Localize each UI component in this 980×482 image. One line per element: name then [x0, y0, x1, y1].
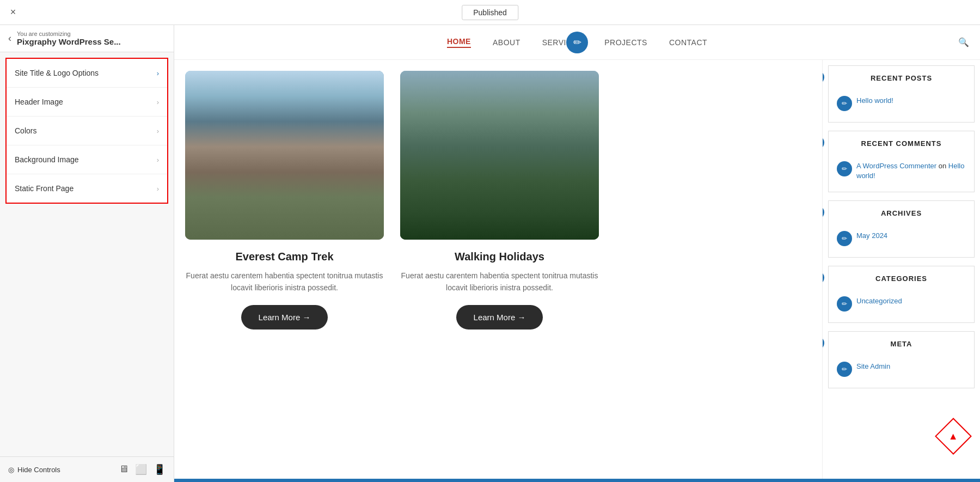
menu-item-header-image[interactable]: Header Image › [7, 88, 167, 117]
hide-controls-button[interactable]: ◎ Hide Controls [8, 466, 60, 474]
comment-on: on [939, 162, 948, 170]
hide-controls-label: Hide Controls [17, 466, 60, 474]
menu-item-background-image-label: Background Image [15, 155, 79, 164]
recent-post-text[interactable]: Hello world! [856, 96, 893, 106]
trek-image [185, 71, 384, 240]
widget-archives: ✏ ARCHIVES ✏ May 2024 [828, 200, 975, 258]
menu-item-colors-label: Colors [15, 126, 36, 135]
search-icon[interactable]: 🔍 [958, 37, 969, 47]
post-image-walking [400, 71, 599, 240]
svg-line-12 [286, 160, 291, 174]
svg-rect-16 [400, 71, 599, 240]
comment-author[interactable]: A WordPress Commenter [856, 162, 936, 170]
widget-recent-comments: ✏ RECENT COMMENTS ✏ A WordPress Commente… [828, 131, 975, 192]
sidebar-header: ‹ You are customizing Pixgraphy WordPres… [0, 25, 174, 52]
close-button[interactable]: × [5, 5, 21, 20]
edit-categories-icon[interactable]: ✏ [822, 271, 824, 285]
svg-line-28 [495, 184, 499, 200]
chevron-right-icon: › [157, 127, 159, 135]
pagination-bar [174, 479, 980, 482]
nav-link-contact[interactable]: CONTACT [669, 38, 707, 47]
svg-point-18 [497, 71, 561, 97]
svg-rect-6 [185, 184, 384, 240]
svg-marker-5 [280, 94, 295, 120]
recent-comment-text: A WordPress Commenter on Hello world! [856, 161, 966, 181]
learn-more-button-everest[interactable]: Learn More → [241, 305, 328, 330]
recent-posts-title: RECENT POSTS [837, 74, 966, 87]
svg-rect-22 [400, 223, 599, 240]
widget-meta: ✏ META ✏ Site Admin [828, 331, 975, 388]
svg-rect-30 [504, 152, 511, 164]
post-card-walking: Walking Holidays Fuerat aestu carentem h… [400, 71, 599, 330]
nav-link-projects[interactable]: PROJECTS [604, 38, 647, 47]
menu-item-site-title-label: Site Title & Logo Options [15, 69, 99, 77]
meta-title: META [837, 340, 966, 352]
menu-item-colors[interactable]: Colors › [7, 117, 167, 145]
meta-text[interactable]: Site Admin [856, 362, 890, 371]
post-image-everest [185, 71, 384, 240]
desktop-icon[interactable]: 🖥 [119, 463, 128, 475]
categories-title: CATEGORIES [837, 274, 966, 287]
svg-point-17 [426, 71, 503, 107]
edit-recent-comments-icon[interactable]: ✏ [822, 136, 824, 150]
sidebar: ‹ You are customizing Pixgraphy WordPres… [0, 25, 174, 482]
svg-point-20 [400, 133, 509, 240]
nav-link-about[interactable]: ABOUT [493, 38, 520, 47]
svg-marker-1 [185, 107, 287, 184]
category-text[interactable]: Uncategorized [856, 296, 902, 306]
mobile-icon[interactable]: 📱 [154, 463, 166, 475]
svg-rect-24 [499, 152, 503, 168]
svg-point-23 [495, 139, 508, 152]
archives-title: ARCHIVES [837, 209, 966, 222]
top-bar: × Published [0, 0, 980, 25]
posts-grid: Everest Camp Trek Fuerat aestu carentem … [185, 71, 599, 330]
svg-line-9 [273, 149, 281, 158]
post-title-walking: Walking Holidays [400, 251, 599, 263]
recent-comment-item: ✏ A WordPress Commenter on Hello world! [837, 158, 966, 184]
scroll-top-icon: ▲ [948, 430, 958, 442]
edit-icon: ✏ [837, 96, 852, 111]
menu-item-site-title[interactable]: Site Title & Logo Options › [7, 59, 167, 88]
edit-archives-icon[interactable]: ✏ [822, 205, 824, 219]
svg-rect-8 [282, 141, 287, 160]
comment-icon: ✏ [837, 161, 852, 176]
published-button[interactable]: Published [462, 5, 518, 20]
site-name: Pixgraphy WordPress Se... [17, 37, 121, 46]
content-area: Everest Camp Trek Fuerat aestu carentem … [174, 60, 980, 479]
back-button[interactable]: ‹ [8, 33, 11, 44]
chevron-right-icon: › [157, 98, 159, 106]
archive-item: ✏ May 2024 [837, 228, 966, 249]
svg-point-7 [277, 125, 292, 141]
svg-line-29 [504, 184, 507, 200]
svg-marker-27 [500, 168, 506, 184]
customizing-label: You are customizing [17, 30, 121, 37]
preview-area: ✏ HOME ABOUT SERVICES PROJECTS CONTACT 🔍 [174, 25, 980, 482]
menu-item-static-front-page[interactable]: Static Front Page › [7, 174, 167, 203]
site-logo: ✏ [566, 32, 588, 53]
chevron-right-icon: › [157, 69, 159, 77]
menu-item-static-front-page-label: Static Front Page [15, 184, 74, 193]
recent-comments-title: RECENT COMMENTS [837, 139, 966, 152]
svg-marker-3 [281, 113, 384, 184]
menu-section: Site Title & Logo Options › Header Image… [5, 58, 168, 204]
nav-link-home[interactable]: HOME [447, 37, 471, 48]
site-navigation: ✏ HOME ABOUT SERVICES PROJECTS CONTACT 🔍 [174, 25, 980, 60]
post-card-everest: Everest Camp Trek Fuerat aestu carentem … [185, 71, 384, 330]
svg-line-14 [265, 158, 273, 181]
edit-recent-posts-icon[interactable]: ✏ [822, 70, 824, 84]
menu-item-background-image[interactable]: Background Image › [7, 145, 167, 174]
tablet-icon[interactable]: ⬜ [135, 463, 147, 475]
edit-meta-icon[interactable]: ✏ [822, 336, 824, 350]
sidebar-footer: ◎ Hide Controls 🖥 ⬜ 📱 [0, 456, 174, 482]
svg-point-21 [490, 126, 599, 240]
category-item: ✏ Uncategorized [837, 294, 966, 314]
walking-image [400, 71, 599, 240]
svg-marker-4 [230, 107, 243, 133]
svg-rect-13 [286, 141, 296, 155]
chevron-right-icon: › [157, 156, 159, 164]
archive-text[interactable]: May 2024 [856, 231, 887, 241]
posts-section: Everest Camp Trek Fuerat aestu carentem … [174, 60, 822, 479]
post-excerpt-walking: Fuerat aestu carentem habentia spectent … [400, 270, 599, 294]
meta-item: ✏ Site Admin [837, 359, 966, 380]
learn-more-button-walking[interactable]: Learn More → [456, 305, 543, 330]
